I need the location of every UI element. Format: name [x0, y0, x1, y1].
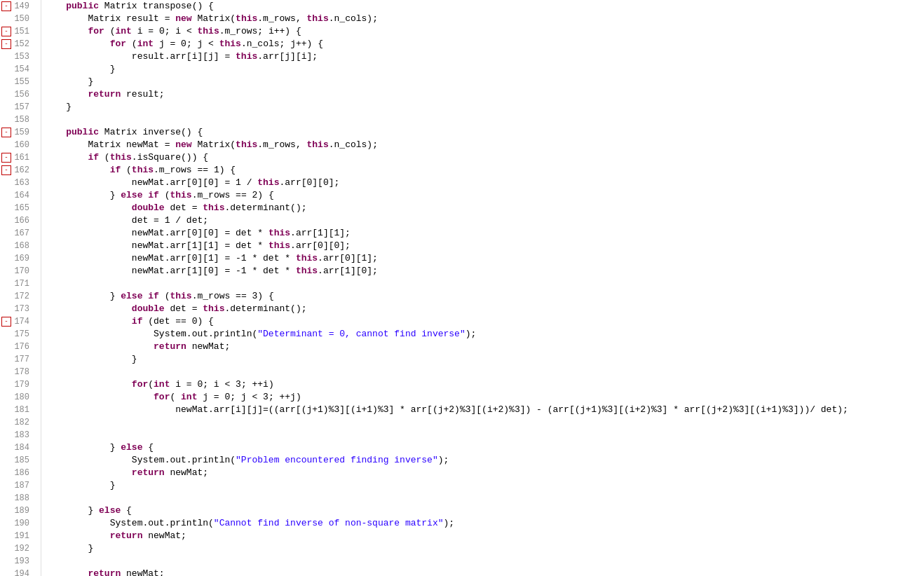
token-plain: ( — [132, 38, 137, 50]
token-plain: .determinant(); — [224, 303, 306, 315]
gutter-row: 192 — [0, 542, 41, 555]
fold-icon[interactable]: - — [1, 39, 11, 49]
code-line: for (int i = 0; i < this.m_rows; i++) { — [44, 25, 924, 38]
gutter-row: 178 — [0, 366, 41, 378]
indent — [44, 568, 88, 576]
fold-icon[interactable]: - — [1, 317, 11, 327]
line-number: 174 — [11, 315, 34, 328]
line-gutter: -149150-151-152153154155156157158-159160… — [0, 0, 41, 576]
token-kw: for — [154, 391, 170, 404]
gutter-row: 173 — [0, 303, 41, 315]
fold-icon[interactable]: - — [1, 1, 11, 11]
token-plain: .n_cols); — [329, 13, 378, 25]
code-line: if (this.isSquare()) { — [44, 151, 924, 164]
line-number: 175 — [11, 328, 34, 341]
gutter-row: 163 — [0, 177, 41, 189]
gutter-row: 166 — [0, 214, 41, 227]
gutter-row: 171 — [0, 277, 41, 290]
gutter-row: -161 — [0, 151, 41, 164]
line-number: 161 — [11, 151, 34, 164]
token-plain: } — [88, 505, 99, 517]
code-line: } — [44, 479, 924, 492]
code-line: det = 1 / det; — [44, 214, 924, 227]
line-number: 176 — [11, 341, 34, 353]
gutter-row: 153 — [0, 50, 41, 63]
gutter-row: 176 — [0, 341, 41, 353]
code-line: if (this.m_rows == 1) { — [44, 164, 924, 177]
line-number: 154 — [11, 63, 34, 76]
token-plain: result; — [126, 88, 165, 101]
token-plain: Matrix result = — [88, 13, 175, 25]
indent — [44, 88, 88, 101]
line-number: 172 — [11, 290, 34, 303]
indent — [44, 139, 88, 151]
fold-icon[interactable]: - — [1, 27, 11, 36]
code-line: } — [44, 542, 924, 555]
gutter-row: 169 — [0, 252, 41, 265]
gutter-row: 194 — [0, 568, 41, 576]
token-kw: int — [154, 378, 175, 391]
token-kw: this — [296, 265, 318, 277]
gutter-row: -162 — [0, 164, 41, 177]
token-kw: return — [110, 530, 149, 542]
token-plain: newMat.arr[1][1] = det * — [132, 240, 269, 252]
line-number: 152 — [11, 38, 34, 50]
line-number: 165 — [11, 202, 34, 214]
token-kw: this — [110, 151, 132, 164]
token-plain: newMat; — [148, 530, 186, 542]
token-kw: if — [110, 164, 126, 177]
token-plain: newMat.arr[0][0] = 1 / — [132, 177, 257, 189]
code-line: } else { — [44, 505, 924, 517]
token-str: "Cannot find inverse of non-square matri… — [214, 517, 444, 530]
indent — [44, 467, 132, 479]
indent — [44, 177, 132, 189]
gutter-row: -151 — [0, 25, 41, 38]
line-number: 180 — [11, 391, 34, 404]
code-line: return newMat; — [44, 530, 924, 542]
token-plain: } — [88, 76, 93, 88]
fold-icon[interactable]: - — [1, 128, 11, 137]
line-number: 183 — [11, 429, 34, 441]
token-plain: ( — [110, 25, 116, 38]
token-kw: this — [236, 50, 257, 63]
indent — [44, 290, 110, 303]
token-plain: Matrix newMat = — [88, 139, 175, 151]
code-line: System.out.println("Problem encountered … — [44, 454, 924, 467]
line-number: 192 — [11, 542, 34, 555]
gutter-row: -149 — [0, 0, 41, 13]
line-number: 156 — [11, 88, 34, 101]
gutter-row: 184 — [0, 441, 41, 454]
token-kw: public — [66, 126, 104, 139]
gutter-row: 172 — [0, 290, 41, 303]
line-number: 159 — [11, 126, 34, 139]
token-kw: if — [88, 151, 104, 164]
indent — [44, 202, 132, 214]
indent — [44, 63, 110, 76]
token-plain: Matrix( — [197, 139, 236, 151]
token-plain: .arr[0][0]; — [290, 240, 351, 252]
token-plain: .isSquare()) { — [132, 151, 208, 164]
gutter-row: 189 — [0, 505, 41, 517]
token-plain: } — [110, 441, 121, 454]
indent — [44, 530, 110, 542]
token-plain: i = 0; i < — [137, 25, 198, 38]
token-plain: .n_cols); — [329, 139, 378, 151]
token-plain: Matrix( — [197, 13, 236, 25]
code-line: newMat.arr[1][1] = det * this.arr[0][0]; — [44, 240, 924, 252]
token-plain: System.out.println( — [110, 517, 214, 530]
code-line: for(int i = 0; i < 3; ++i) — [44, 378, 924, 391]
token-plain: .m_rows; i++) { — [219, 25, 301, 38]
line-number: 162 — [11, 164, 34, 177]
gutter-row: -159 — [0, 126, 41, 139]
code-area[interactable]: public Matrix transpose() { Matrix resul… — [41, 0, 924, 576]
token-plain: newMat.arr[0][0] = det * — [132, 227, 269, 240]
token-plain: .arr[1][0]; — [318, 265, 378, 277]
fold-icon[interactable]: - — [1, 165, 11, 175]
token-plain: (det == 0) { — [148, 315, 214, 328]
gutter-row: 180 — [0, 391, 41, 404]
fold-icon[interactable]: - — [1, 153, 11, 163]
token-plain: newMat.arr[i][j]=((arr[(j+1)%3][(i+1)%3]… — [175, 404, 848, 416]
token-plain: ( — [165, 189, 170, 202]
token-kw: this — [236, 139, 257, 151]
token-plain: } — [110, 189, 121, 202]
